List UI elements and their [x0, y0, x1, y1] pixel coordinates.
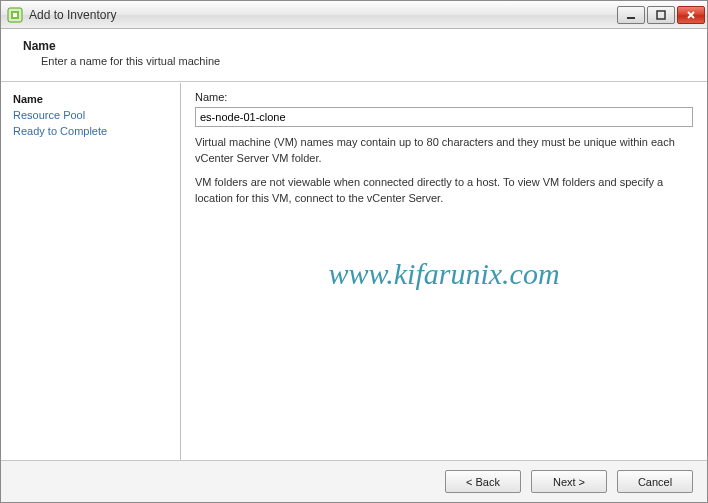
step-name[interactable]: Name: [13, 91, 168, 107]
svg-rect-3: [627, 17, 635, 19]
window-title: Add to Inventory: [29, 8, 617, 22]
wizard-footer: < Back Next > Cancel: [1, 460, 707, 502]
wizard-body: Name Resource Pool Ready to Complete Nam…: [1, 82, 707, 460]
maximize-button[interactable]: [647, 6, 675, 24]
page-title: Name: [23, 39, 691, 53]
window-controls: [617, 6, 705, 24]
svg-rect-4: [657, 11, 665, 19]
wizard-steps-sidebar: Name Resource Pool Ready to Complete: [1, 83, 181, 460]
name-hint-2: VM folders are not viewable when connect…: [195, 175, 693, 207]
wizard-window: Add to Inventory Name Enter a name for t…: [0, 0, 708, 503]
app-icon: [7, 7, 23, 23]
close-button[interactable]: [677, 6, 705, 24]
minimize-button[interactable]: [617, 6, 645, 24]
back-button[interactable]: < Back: [445, 470, 521, 493]
svg-rect-2: [13, 13, 17, 17]
name-hint-1: Virtual machine (VM) names may contain u…: [195, 135, 693, 167]
cancel-button[interactable]: Cancel: [617, 470, 693, 493]
step-ready-to-complete[interactable]: Ready to Complete: [13, 123, 168, 139]
vm-name-input[interactable]: [195, 107, 693, 127]
page-subtitle: Enter a name for this virtual machine: [41, 55, 691, 67]
watermark-text: www.kifarunix.com: [328, 256, 559, 290]
wizard-header: Name Enter a name for this virtual machi…: [1, 29, 707, 82]
titlebar: Add to Inventory: [1, 1, 707, 29]
step-resource-pool[interactable]: Resource Pool: [13, 107, 168, 123]
next-button[interactable]: Next >: [531, 470, 607, 493]
name-field-label: Name:: [195, 91, 693, 103]
wizard-content: Name: Virtual machine (VM) names may con…: [181, 83, 707, 460]
